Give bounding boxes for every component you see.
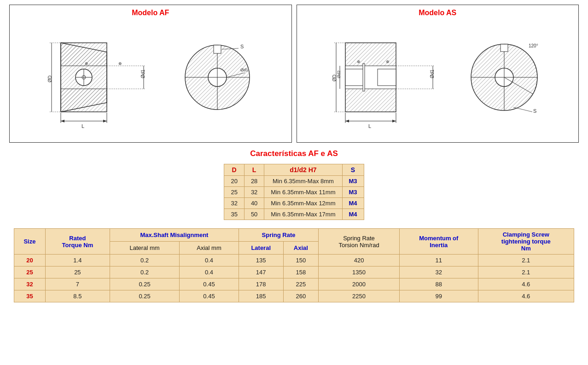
col-spring-rate: Spring Rate — [239, 229, 318, 242]
data-table-cell: 25 — [45, 267, 110, 278]
svg-text:Ød1: Ød1 — [430, 70, 435, 78]
data-table-cell: 0.4 — [180, 255, 239, 267]
data-table-cell: 1350 — [319, 267, 400, 278]
data-table-cell: 4.6 — [478, 290, 574, 302]
dim-col-d1d2: d1/d2 H7 — [264, 164, 342, 176]
dim-table-wrapper: D L d1/d2 H7 S 2028Min 6.35mm-Max 8mmM32… — [9, 164, 579, 220]
dim-table-cell: 35 — [224, 209, 244, 220]
svg-rect-28 — [214, 45, 221, 53]
dim-table-cell: 50 — [244, 209, 264, 220]
col-misalignment: Max.Shaft Misalignment — [110, 229, 239, 242]
col-clamping: Clamping Screwtightening torqueNm — [478, 229, 574, 255]
dim-table-cell: M3 — [342, 176, 364, 187]
svg-text:Ød1: Ød1 — [240, 68, 248, 72]
dim-table: D L d1/d2 H7 S 2028Min 6.35mm-Max 8mmM32… — [224, 164, 364, 220]
data-table-cell: 20 — [14, 255, 46, 267]
svg-marker-23 — [103, 120, 107, 122]
data-table-cell: 1.4 — [45, 255, 110, 267]
data-table-cell: 7 — [45, 278, 110, 290]
data-table-cell: 88 — [399, 278, 478, 290]
dim-col-d: D — [224, 164, 244, 176]
dim-table-cell: 32 — [244, 187, 264, 198]
svg-marker-56 — [392, 120, 396, 122]
page: Modelo AF — [0, 0, 588, 307]
svg-text:⊕: ⊕ — [118, 61, 122, 66]
data-table-wrapper: Size RatedTorque Nm Max.Shaft Misalignme… — [14, 228, 574, 302]
col-lateral: Lateral — [239, 242, 283, 255]
diagram-box-as: Modelo AS — [297, 5, 579, 143]
dim-table-cell: 40 — [244, 198, 264, 209]
data-table-cell: 2250 — [319, 290, 400, 302]
svg-text:Ød2: Ød2 — [337, 70, 341, 78]
dim-col-s: S — [342, 164, 364, 176]
data-table-cell: 2.1 — [478, 255, 574, 267]
svg-rect-63 — [501, 44, 508, 52]
col-axial-mm: Axial mm — [180, 242, 239, 255]
diagram-as-svg: ⊕ ⊕ ØD Ød2 Ød1 — [302, 20, 574, 135]
dim-table-cell: 20 — [224, 176, 244, 187]
dim-table-cell: 28 — [244, 176, 264, 187]
data-table-cell: 178 — [239, 278, 283, 290]
data-table-cell: 2.1 — [478, 267, 574, 278]
data-table: Size RatedTorque Nm Max.Shaft Misalignme… — [14, 228, 574, 302]
col-axial: Axial — [283, 242, 319, 255]
data-table-cell: 260 — [283, 290, 319, 302]
data-table-cell: 11 — [399, 255, 478, 267]
data-table-cell: 185 — [239, 290, 283, 302]
data-table-cell: 25 — [14, 267, 46, 278]
svg-text:120°: 120° — [529, 43, 538, 48]
data-table-cell: 225 — [283, 278, 319, 290]
data-table-cell: 8.5 — [45, 290, 110, 302]
svg-text:L: L — [368, 123, 371, 129]
data-table-cell: 99 — [399, 290, 478, 302]
data-table-cell: 32 — [399, 267, 478, 278]
col-spring-torsion: Spring RateTorsion Nm/rad — [319, 229, 400, 255]
section-title: Características AF e AS — [9, 149, 579, 158]
svg-text:S: S — [240, 44, 244, 49]
dim-table-cell: M4 — [342, 209, 364, 220]
data-table-cell: 2000 — [319, 278, 400, 290]
data-table-cell: 0.2 — [110, 255, 179, 267]
svg-marker-55 — [345, 120, 349, 122]
svg-text:Ød1: Ød1 — [140, 70, 146, 78]
col-lateral-mm: Lateral mm — [110, 242, 179, 255]
data-table-cell: 0.45 — [180, 278, 239, 290]
svg-line-65 — [513, 107, 532, 112]
data-table-cell: 0.25 — [110, 290, 179, 302]
diagram-title-as: Modelo AS — [302, 9, 574, 17]
dim-table-cell: M3 — [342, 187, 364, 198]
dim-table-cell: 25 — [224, 187, 244, 198]
svg-rect-38 — [363, 64, 365, 91]
data-table-cell: 150 — [283, 255, 319, 267]
dim-table-cell: M4 — [342, 198, 364, 209]
diagram-af-svg: ⊕ ⊕ ØD Ød1 — [14, 20, 287, 135]
data-table-cell: 32 — [14, 278, 46, 290]
svg-text:S: S — [533, 108, 536, 114]
data-table-cell: 0.25 — [110, 278, 179, 290]
data-table-cell: 135 — [239, 255, 283, 267]
svg-rect-37 — [378, 69, 396, 86]
col-size: Size — [14, 229, 46, 255]
data-table-cell: 158 — [283, 267, 319, 278]
col-momentum: Momentum ofInertia — [399, 229, 478, 255]
svg-rect-36 — [345, 69, 364, 86]
data-table-cell: 0.45 — [180, 290, 239, 302]
dim-table-cell: Min 6.35mm-Max 12mm — [264, 198, 342, 209]
col-rated-torque: RatedTorque Nm — [45, 229, 110, 255]
svg-text:⊕: ⊕ — [85, 61, 88, 66]
dim-table-cell: Min 6.35mm-Max 17mm — [264, 209, 342, 220]
data-table-cell: 147 — [239, 267, 283, 278]
data-table-cell: 420 — [319, 255, 400, 267]
data-table-cell: 35 — [14, 290, 46, 302]
svg-text:ØD: ØD — [47, 75, 52, 82]
dim-table-cell: 32 — [224, 198, 244, 209]
svg-text:⊕: ⊕ — [357, 59, 361, 64]
dim-col-l: L — [244, 164, 264, 176]
dim-table-cell: Min 6.35mm-Max 11mm — [264, 187, 342, 198]
svg-text:⊕: ⊕ — [386, 59, 390, 64]
svg-text:L: L — [82, 123, 84, 129]
diagram-title-af: Modelo AF — [14, 9, 287, 17]
data-table-cell: 0.2 — [110, 267, 179, 278]
diagram-box-af: Modelo AF — [9, 5, 292, 143]
diagrams-row: Modelo AF — [9, 5, 579, 143]
